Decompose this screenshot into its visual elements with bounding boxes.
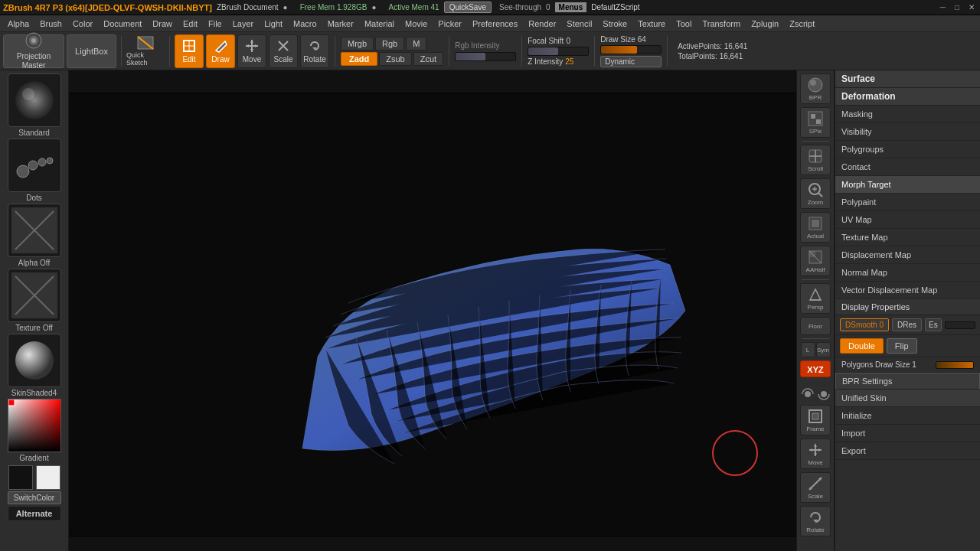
material-preview[interactable] bbox=[8, 334, 61, 387]
menu-draw[interactable]: Draw bbox=[148, 18, 177, 30]
scale-tool-button[interactable]: Scale bbox=[800, 472, 831, 503]
menu-picker[interactable]: Picker bbox=[433, 18, 466, 30]
menu-material[interactable]: Material bbox=[360, 18, 399, 30]
zsub-button[interactable]: Zsub bbox=[379, 52, 411, 66]
bpr-button[interactable]: BPR bbox=[800, 73, 831, 104]
poly-draw-size-slider[interactable] bbox=[936, 361, 974, 369]
aahalf-button[interactable]: AAHalf bbox=[800, 246, 831, 276]
import-button[interactable]: Import bbox=[835, 425, 980, 442]
draw-label: Draw bbox=[211, 55, 229, 64]
menu-tool[interactable]: Tool bbox=[671, 18, 696, 30]
scroll-button[interactable]: Scroll bbox=[800, 145, 831, 175]
menu-edit[interactable]: Edit bbox=[178, 18, 202, 30]
vector-displacement-item[interactable]: Vector Displacement Map bbox=[835, 282, 980, 299]
brush-preview[interactable] bbox=[8, 73, 61, 127]
menu-stencil[interactable]: Stencil bbox=[562, 18, 596, 30]
switch-color-button[interactable]: SwitchColor bbox=[8, 491, 61, 504]
es-button[interactable]: Es bbox=[925, 318, 942, 331]
menu-movie[interactable]: Movie bbox=[400, 18, 432, 30]
frame-button[interactable]: Frame bbox=[800, 405, 831, 435]
edit-button[interactable]: Edit bbox=[175, 34, 204, 68]
texture-map-item[interactable]: Texture Map bbox=[835, 229, 980, 246]
double-button[interactable]: Double bbox=[840, 338, 884, 354]
polygroups-item[interactable]: Polygroups bbox=[835, 141, 980, 158]
menu-zscript[interactable]: Zscript bbox=[785, 18, 819, 30]
window-minimize[interactable]: ─ bbox=[938, 3, 948, 11]
masking-item[interactable]: Masking bbox=[835, 106, 980, 123]
zcut-button[interactable]: Zcut bbox=[413, 52, 443, 66]
dsmooth-slider[interactable] bbox=[945, 321, 975, 329]
draw-size-slider[interactable] bbox=[600, 45, 662, 54]
menu-brush[interactable]: Brush bbox=[35, 18, 67, 30]
initialize-button[interactable]: Initialize bbox=[835, 407, 980, 425]
menu-alpha[interactable]: Alpha bbox=[3, 18, 34, 30]
menu-transform[interactable]: Transform bbox=[697, 18, 745, 30]
menu-preferences[interactable]: Preferences bbox=[468, 18, 522, 30]
displacement-map-item[interactable]: Displacement Map bbox=[835, 246, 980, 264]
l-button[interactable]: L bbox=[801, 342, 815, 357]
move-tool-button[interactable]: Move bbox=[800, 439, 831, 469]
menu-stroke[interactable]: Stroke bbox=[598, 18, 632, 30]
menu-macro[interactable]: Macro bbox=[289, 18, 322, 30]
lightbox-button[interactable]: LightBox bbox=[67, 34, 116, 68]
actual-button[interactable]: Actual bbox=[800, 212, 831, 243]
menus-button[interactable]: Menus bbox=[555, 2, 587, 12]
texture-preview[interactable] bbox=[8, 269, 61, 322]
menu-light[interactable]: Light bbox=[260, 18, 287, 30]
window-maximize[interactable]: □ bbox=[952, 3, 962, 11]
menu-marker[interactable]: Marker bbox=[323, 18, 358, 30]
bpr-settings-button[interactable]: BPR Settings bbox=[835, 373, 980, 390]
window-close[interactable]: ✕ bbox=[966, 3, 977, 11]
flip-button[interactable]: Flip bbox=[887, 338, 917, 354]
scale-button[interactable]: Scale bbox=[269, 34, 298, 68]
menu-render[interactable]: Render bbox=[524, 18, 560, 30]
sym-button[interactable]: Sym bbox=[816, 342, 831, 357]
draw-button[interactable]: Draw bbox=[206, 34, 235, 68]
spix-button[interactable]: SPix bbox=[800, 107, 831, 138]
background-color[interactable] bbox=[36, 465, 60, 490]
foreground-color[interactable] bbox=[8, 465, 33, 490]
alpha-preview[interactable] bbox=[8, 204, 61, 257]
menu-layer[interactable]: Layer bbox=[228, 18, 259, 30]
menu-texture[interactable]: Texture bbox=[633, 18, 670, 30]
menu-document[interactable]: Document bbox=[99, 18, 146, 30]
rgb-intensity-slider[interactable] bbox=[455, 52, 516, 61]
deformation-header[interactable]: Deformation bbox=[835, 88, 980, 106]
polypaint-item[interactable]: Polypaint bbox=[835, 194, 980, 211]
morph-target-item[interactable]: Morph Target bbox=[835, 176, 980, 194]
quick-sketch-button[interactable]: Quick Sketch bbox=[126, 35, 165, 67]
color-picker[interactable] bbox=[8, 399, 61, 452]
seethrough-label: See-through bbox=[499, 3, 541, 11]
normal-map-item[interactable]: Normal Map bbox=[835, 264, 980, 282]
rotate-button[interactable]: Rotate bbox=[300, 34, 329, 68]
zoom-button[interactable]: Zoom bbox=[800, 178, 831, 209]
xyz-button[interactable]: XYZ bbox=[800, 360, 831, 377]
menu-color[interactable]: Color bbox=[68, 18, 97, 30]
menu-zplugin[interactable]: Zplugin bbox=[746, 18, 783, 30]
rgb-button[interactable]: Rgb bbox=[375, 37, 404, 51]
canvas-area[interactable] bbox=[69, 70, 796, 551]
dynamic-button[interactable]: Dynamic bbox=[600, 56, 662, 67]
quicksave-button[interactable]: QuickSave bbox=[444, 2, 492, 13]
zadd-button[interactable]: Zadd bbox=[341, 52, 377, 66]
surface-header[interactable]: Surface bbox=[835, 70, 980, 88]
projection-master-button[interactable]: Projection Master bbox=[3, 34, 64, 68]
m-button[interactable]: M bbox=[406, 37, 426, 51]
export-button[interactable]: Export bbox=[835, 442, 980, 460]
menu-file[interactable]: File bbox=[204, 18, 227, 30]
unified-skin-button[interactable]: Unified Skin bbox=[835, 390, 980, 407]
persp-button[interactable]: Persp bbox=[800, 283, 831, 314]
visibility-item[interactable]: Visibility bbox=[835, 123, 980, 141]
dsmooth-button[interactable]: DSmooth 0 bbox=[840, 318, 889, 331]
dres-button[interactable]: DRes bbox=[892, 318, 922, 331]
rotate-tool-button[interactable]: Rotate bbox=[800, 506, 831, 536]
mrgb-button[interactable]: Mrgb bbox=[341, 37, 374, 51]
uv-map-item[interactable]: UV Map bbox=[835, 211, 980, 229]
move-button[interactable]: Move bbox=[237, 34, 266, 68]
floor-button[interactable]: Floor bbox=[800, 317, 831, 335]
focal-shift-slider[interactable] bbox=[528, 47, 589, 56]
canvas-3d[interactable] bbox=[69, 93, 796, 536]
contact-item[interactable]: Contact bbox=[835, 158, 980, 176]
dots-preview[interactable] bbox=[8, 139, 61, 192]
alternate-button[interactable]: Alternate bbox=[8, 506, 61, 521]
